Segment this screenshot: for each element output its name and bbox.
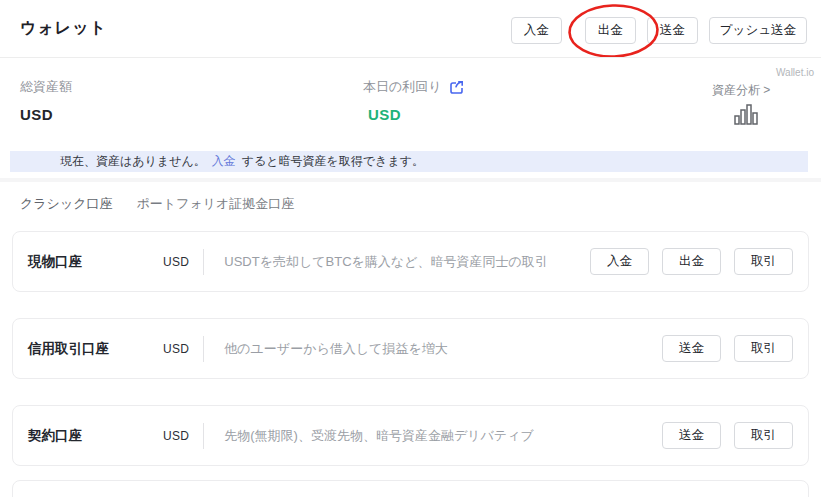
contract-transfer-button[interactable]: 送金 (662, 422, 721, 449)
account-description: USDTを売却してBTCを購入など、暗号資産同士の取引 (224, 253, 548, 271)
tab-classic-account[interactable]: クラシック口座 (20, 195, 113, 213)
today-yield-value: USD (368, 106, 401, 123)
vertical-divider (203, 336, 204, 362)
account-actions: 入金 出金 取引 (590, 248, 793, 275)
account-name: 現物口座 (28, 253, 163, 271)
account-description: 他のユーザーから借入して損益を増大 (224, 340, 447, 358)
account-description: 先物(無期限)、受渡先物、暗号資産金融デリバティブ (224, 427, 534, 445)
account-card-spot: 現物口座 USD USDTを売却してBTCを購入など、暗号資産同士の取引 入金 … (12, 231, 809, 292)
account-tabs: クラシック口座 ポートフォリオ証拠金口座 (20, 195, 294, 213)
account-currency: USD (163, 342, 189, 356)
account-currency: USD (163, 429, 189, 443)
header-divider (0, 57, 821, 58)
today-yield-label: 本日の利回り (363, 78, 465, 96)
today-yield-text: 本日の利回り (363, 78, 442, 96)
notice-text-after: すると暗号資産を取得できます。 (242, 153, 424, 170)
header-actions: 入金 出金 送金 プッシュ送金 (511, 17, 807, 44)
spot-trade-button[interactable]: 取引 (734, 248, 793, 275)
account-name: 契約口座 (28, 427, 163, 445)
account-actions: 送金 取引 (662, 335, 793, 362)
account-card-partial (12, 480, 809, 497)
account-card-margin: 信用取引口座 USD 他のユーザーから借入して損益を増大 送金 取引 (12, 318, 809, 379)
total-assets-label: 総資産額 (20, 78, 72, 96)
vertical-divider (203, 423, 204, 449)
section-divider (0, 178, 821, 182)
page-title: ウォレット (20, 18, 107, 39)
push-transfer-button[interactable]: プッシュ送金 (709, 17, 807, 44)
deposit-button[interactable]: 入金 (511, 17, 562, 44)
spot-withdraw-button[interactable]: 出金 (662, 248, 721, 275)
vertical-divider (203, 249, 204, 275)
watermark: Wallet.io (776, 67, 814, 78)
account-name: 信用取引口座 (28, 340, 163, 358)
margin-trade-button[interactable]: 取引 (734, 335, 793, 362)
no-assets-notice: 現在、資産はありません。 入金 すると暗号資産を取得できます。 (10, 151, 808, 172)
asset-analysis-link[interactable]: 資産分析 > (712, 82, 770, 99)
tab-portfolio-margin-account[interactable]: ポートフォリオ証拠金口座 (137, 195, 295, 213)
margin-transfer-button[interactable]: 送金 (662, 335, 721, 362)
notice-deposit-link[interactable]: 入金 (212, 153, 236, 170)
notice-text-before: 現在、資産はありません。 (60, 153, 206, 170)
account-card-contract: 契約口座 USD 先物(無期限)、受渡先物、暗号資産金融デリバティブ 送金 取引 (12, 405, 809, 466)
total-assets-value: USD (20, 106, 53, 123)
account-currency: USD (163, 255, 189, 269)
withdraw-button-wrap: 出金 (585, 17, 636, 44)
spot-deposit-button[interactable]: 入金 (590, 248, 649, 275)
account-actions: 送金 取引 (662, 422, 793, 449)
contract-trade-button[interactable]: 取引 (734, 422, 793, 449)
transfer-button[interactable]: 送金 (647, 17, 698, 44)
external-share-icon[interactable] (448, 79, 465, 96)
withdraw-button[interactable]: 出金 (585, 17, 636, 44)
bar-chart-icon[interactable] (733, 101, 759, 127)
